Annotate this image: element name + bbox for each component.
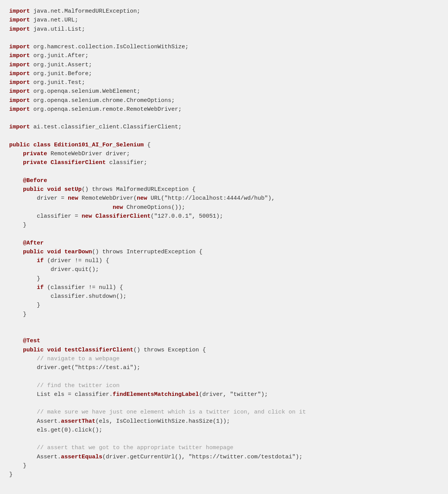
- code-token: import: [9, 71, 30, 77]
- code-line: [9, 435, 439, 443]
- code-token: classifier.shutdown();: [9, 293, 126, 300]
- code-token: ai.test.classifier_client.ClassifierClie…: [30, 124, 182, 130]
- code-token: [9, 151, 23, 157]
- code-token: private: [23, 159, 47, 166]
- code-token: java.util.List;: [30, 26, 85, 33]
- code-token: [61, 347, 64, 353]
- code-token: [9, 338, 23, 344]
- code-token: org.junit.After;: [30, 53, 89, 59]
- code-token: org.hamcrest.collection.IsCollectionWith…: [30, 44, 189, 50]
- code-token: new: [137, 195, 147, 202]
- code-token: void: [47, 186, 61, 193]
- code-line: if (classifier != null) {: [9, 283, 439, 292]
- code-token: Edition101_AI_For_Selenium: [54, 142, 144, 148]
- code-token: import: [9, 106, 30, 113]
- code-line: import org.junit.After;: [9, 51, 439, 60]
- code-token: @Test: [23, 338, 40, 344]
- code-token: import: [9, 79, 30, 86]
- code-token: (classifier != null) {: [44, 284, 123, 291]
- code-token: if: [37, 284, 44, 291]
- code-token: }: [9, 463, 26, 469]
- code-token: import: [9, 17, 30, 23]
- code-line: Assert.assertThat(els, IsCollectionWithS…: [9, 417, 439, 426]
- code-token: [9, 382, 37, 389]
- code-line: classifier = new ClassifierClient("127.0…: [9, 212, 439, 221]
- code-token: driver.quit();: [9, 266, 99, 273]
- code-line: }: [9, 310, 439, 319]
- code-token: driver.get("https://test.ai");: [9, 364, 140, 371]
- code-line: if (driver != null) {: [9, 256, 439, 265]
- code-token: class: [33, 142, 51, 148]
- code-token: () throws InterruptedException {: [92, 249, 202, 255]
- code-token: (driver != null) {: [44, 258, 109, 264]
- code-token: [9, 445, 37, 451]
- code-token: classifier =: [9, 213, 82, 220]
- code-token: void: [47, 249, 61, 255]
- code-token: import: [9, 97, 30, 104]
- code-token: org.junit.Assert;: [30, 62, 92, 68]
- code-line: @Before: [9, 176, 439, 185]
- code-line: }: [9, 221, 439, 230]
- code-token: (driver, "twitter");: [199, 391, 268, 398]
- code-line: public void setUp() throws MalformedURLE…: [9, 185, 439, 194]
- code-line: [9, 399, 439, 408]
- code-token: import: [9, 53, 30, 59]
- code-line: // find the twitter icon: [9, 381, 439, 390]
- code-token: }: [9, 302, 40, 309]
- code-token: [47, 159, 51, 166]
- code-line: private RemoteWebDriver driver;: [9, 149, 439, 158]
- code-line: els.get(0).click();: [9, 426, 439, 435]
- code-line: import org.openqa.selenium.chrome.Chrome…: [9, 96, 439, 105]
- code-token: [44, 186, 47, 193]
- code-token: List els = classifier.: [9, 391, 113, 398]
- code-token: findElementsMatchingLabel: [113, 391, 199, 398]
- code-token: }: [9, 222, 26, 228]
- code-token: [9, 159, 23, 166]
- code-line: [9, 230, 439, 238]
- code-line: Assert.assertEquals(driver.getCurrentUrl…: [9, 453, 439, 461]
- code-line: import org.openqa.selenium.WebElement;: [9, 87, 439, 96]
- code-line: [9, 328, 439, 336]
- code-token: java.net.MalformedURLException;: [30, 8, 140, 15]
- code-token: {: [144, 142, 151, 148]
- code-token: [9, 409, 37, 415]
- code-token: Assert.: [9, 454, 61, 460]
- code-token: [9, 177, 23, 184]
- code-line: }: [9, 274, 439, 283]
- code-line: import org.openqa.selenium.remote.Remote…: [9, 105, 439, 114]
- code-line: public void tearDown() throws Interrupte…: [9, 248, 439, 256]
- code-line: import org.junit.Assert;: [9, 61, 439, 69]
- code-token: new: [113, 204, 123, 211]
- code-token: org.openqa.selenium.chrome.ChromeOptions…: [30, 97, 175, 104]
- code-line: import java.util.List;: [9, 25, 439, 34]
- code-token: [9, 284, 37, 291]
- code-token: }: [9, 311, 26, 318]
- code-line: import org.hamcrest.collection.IsCollect…: [9, 43, 439, 51]
- code-token: testClassifierClient: [64, 347, 133, 353]
- code-token: import: [9, 62, 30, 68]
- code-token: // assert that we got to the appropriate…: [37, 445, 233, 451]
- code-token: public: [23, 249, 44, 255]
- code-token: @Before: [23, 177, 47, 184]
- code-token: // make sure we have just one element wh…: [37, 409, 306, 415]
- code-token: [44, 249, 47, 255]
- code-token: [9, 258, 37, 264]
- code-line: }: [9, 461, 439, 470]
- code-token: org.junit.Before;: [30, 71, 92, 77]
- code-line: driver.get("https://test.ai");: [9, 363, 439, 372]
- code-token: setUp: [64, 186, 82, 193]
- code-token: (driver.getCurrentUrl(), "https://twitte…: [102, 454, 302, 460]
- code-token: [51, 142, 54, 148]
- code-token: public: [23, 347, 44, 353]
- code-token: [9, 186, 23, 193]
- code-token: import: [9, 124, 30, 130]
- code-line: List els = classifier.findElementsMatchi…: [9, 390, 439, 399]
- code-line: classifier.shutdown();: [9, 292, 439, 301]
- code-token: [9, 347, 23, 353]
- code-token: Assert.: [9, 418, 61, 425]
- code-token: import: [9, 44, 30, 50]
- code-token: RemoteWebDriver(: [78, 195, 137, 202]
- code-line: [9, 132, 439, 141]
- code-line: public class Edition101_AI_For_Selenium …: [9, 141, 439, 149]
- code-token: import: [9, 8, 30, 15]
